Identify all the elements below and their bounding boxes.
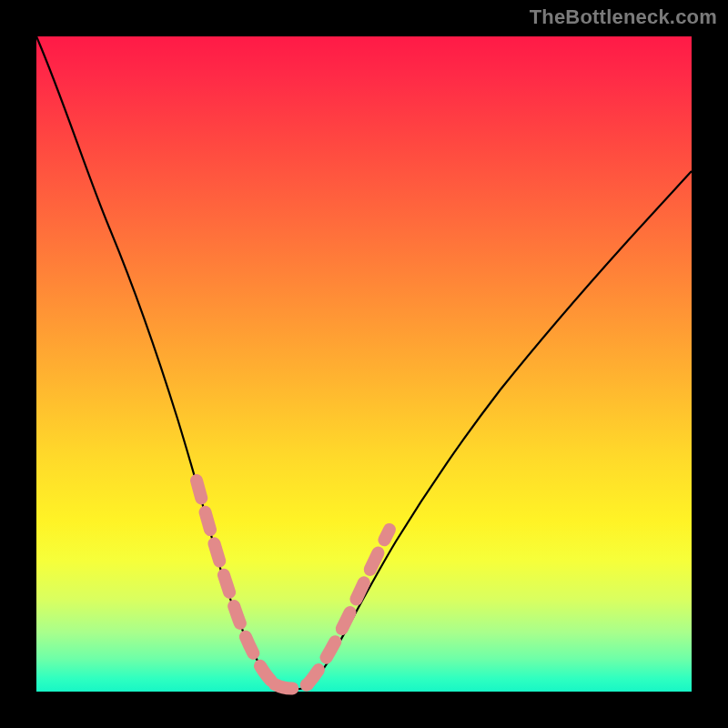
plot-area	[36, 36, 692, 692]
accent-left-branch	[197, 480, 275, 684]
accent-right-branch	[308, 530, 389, 684]
frame: TheBottleneck.com	[0, 0, 728, 728]
chart-svg	[36, 36, 692, 692]
watermark-text: TheBottleneck.com	[530, 5, 717, 29]
